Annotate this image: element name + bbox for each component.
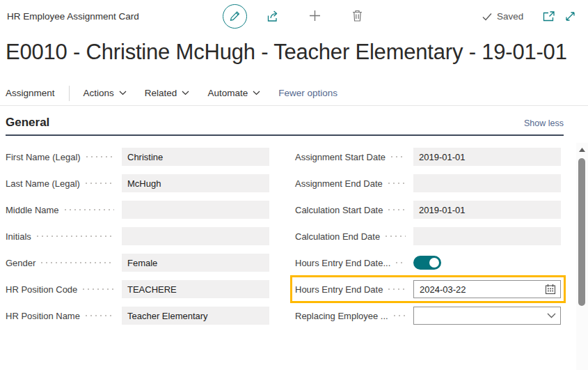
field-row-gender: Gender Female <box>6 254 269 272</box>
initials-input[interactable] <box>122 227 269 245</box>
assignment-end-date-input[interactable] <box>413 174 561 192</box>
vertical-scrollbar <box>576 143 588 370</box>
menu-related[interactable]: Related <box>145 88 190 98</box>
chevron-down-icon[interactable] <box>547 313 556 318</box>
checkmark-icon <box>482 13 492 21</box>
action-menu-bar: Assignment Actions Related Automate Fewe… <box>0 81 588 106</box>
page-caption: HR Employee Assignment Card <box>7 11 139 22</box>
hours-entry-end-date-toggle[interactable] <box>413 256 441 270</box>
field-label: Assignment Start Date <box>295 152 386 162</box>
field-row-assignment-start-date: Assignment Start Date 2019-01-01 <box>295 148 561 166</box>
dotted-leader <box>86 315 114 316</box>
dotted-leader <box>386 236 406 237</box>
menu-divider <box>69 86 70 101</box>
dotted-leader <box>65 209 114 210</box>
middle-name-input[interactable] <box>122 201 269 219</box>
share-icon <box>266 10 280 23</box>
expand-button[interactable] <box>564 10 576 22</box>
field-row-middle-name: Middle Name <box>6 201 269 219</box>
general-section-header: General Show less <box>6 116 564 136</box>
calculation-start-date-input[interactable]: 2019-01-01 <box>413 201 561 219</box>
field-row-last-name: Last Name (Legal) McHugh <box>6 174 269 192</box>
share-button[interactable] <box>266 10 280 23</box>
scrollbar-thumb[interactable] <box>578 158 585 306</box>
hours-entry-end-date-input[interactable]: 2024-03-22 <box>413 280 561 298</box>
field-row-calculation-start-date: Calculation Start Date 2019-01-01 <box>295 201 561 219</box>
field-label: Hours Entry End Date... <box>295 258 390 268</box>
pencil-icon <box>229 10 241 22</box>
field-label: First Name (Legal) <box>6 152 81 162</box>
calendar-icon[interactable] <box>545 284 556 295</box>
field-label: Gender <box>6 258 35 268</box>
dotted-leader <box>83 288 114 290</box>
dotted-leader <box>388 288 406 290</box>
dotted-leader <box>86 183 114 184</box>
first-name-input[interactable]: Christine <box>122 148 269 166</box>
fewer-options-button[interactable]: Fewer options <box>278 88 337 98</box>
scroll-up-arrow[interactable] <box>579 148 585 152</box>
field-label: HR Position Code <box>6 284 77 295</box>
field-label: Initials <box>6 231 31 242</box>
section-title: General <box>6 116 49 130</box>
menu-related-label: Related <box>145 88 177 98</box>
assignment-start-date-input[interactable]: 2019-01-01 <box>413 148 561 166</box>
dotted-leader <box>86 156 114 157</box>
delete-button[interactable] <box>351 9 363 22</box>
menu-automate[interactable]: Automate <box>207 88 260 98</box>
fields-left-column: First Name (Legal) Christine Last Name (… <box>6 148 269 325</box>
open-in-window-button[interactable] <box>542 10 555 22</box>
fewer-options-label: Fewer options <box>278 88 337 98</box>
expand-diagonal-icon <box>564 10 576 22</box>
dotted-leader <box>37 236 114 237</box>
calculation-end-date-input[interactable] <box>413 227 561 245</box>
field-label: Last Name (Legal) <box>6 178 80 189</box>
trash-icon <box>351 9 363 22</box>
dotted-leader <box>41 262 114 263</box>
dotted-leader <box>388 209 406 210</box>
open-in-window-icon <box>542 10 555 22</box>
chevron-down-icon <box>119 91 127 95</box>
menu-automate-label: Automate <box>207 88 248 98</box>
dotted-leader <box>391 156 406 157</box>
field-row-calculation-end-date: Calculation End Date <box>295 227 561 245</box>
field-label: Calculation End Date <box>295 231 380 242</box>
save-status: Saved <box>482 11 523 22</box>
field-label: Assignment End Date <box>295 178 383 189</box>
field-row-hr-position-code: HR Position Code TEACHERE <box>6 280 269 298</box>
field-row-replacing-employee: Replacing Employee ... <box>295 307 561 325</box>
tab-assignment-label: Assignment <box>6 88 55 98</box>
field-label: Replacing Employee ... <box>295 311 388 321</box>
hr-position-name-input[interactable]: Teacher Elementary <box>122 307 269 325</box>
top-bar: HR Employee Assignment Card Saved <box>0 0 588 35</box>
field-label: Hours Entry End Date <box>295 284 383 295</box>
last-name-input[interactable]: McHugh <box>122 174 269 192</box>
chevron-down-icon <box>253 91 260 95</box>
field-row-initials: Initials <box>6 227 269 245</box>
edit-button[interactable] <box>223 4 247 29</box>
replacing-employee-select[interactable] <box>413 307 561 325</box>
general-fields: First Name (Legal) Christine Last Name (… <box>6 148 582 325</box>
gender-input[interactable]: Female <box>122 254 269 272</box>
hr-position-code-input[interactable]: TEACHERE <box>122 280 269 298</box>
field-row-first-name: First Name (Legal) Christine <box>6 148 269 166</box>
field-row-assignment-end-date: Assignment End Date <box>295 174 561 192</box>
field-label: Calculation Start Date <box>295 205 383 215</box>
field-row-hr-position-name: HR Position Name Teacher Elementary <box>6 307 269 325</box>
saved-label: Saved <box>497 11 523 22</box>
tab-assignment[interactable]: Assignment <box>6 88 55 98</box>
fields-right-column: Assignment Start Date 2019-01-01 Assignm… <box>295 148 561 325</box>
field-label: Middle Name <box>6 205 59 215</box>
chevron-down-icon <box>182 91 189 95</box>
page-title: E0010 - Christine McHugh - Teacher Eleme… <box>6 36 585 68</box>
field-label: HR Position Name <box>6 311 80 321</box>
new-button[interactable] <box>308 9 321 22</box>
show-less-link[interactable]: Show less <box>524 118 564 128</box>
field-row-hours-entry-end-date: Hours Entry End Date 2024-03-22 <box>295 280 561 298</box>
menu-actions-label: Actions <box>84 88 114 98</box>
plus-icon <box>308 9 321 22</box>
dotted-leader <box>388 183 406 184</box>
date-value: 2024-03-22 <box>420 284 466 295</box>
field-row-hours-entry-toggle: Hours Entry End Date... <box>295 254 561 272</box>
dotted-leader <box>394 315 406 316</box>
menu-actions[interactable]: Actions <box>84 88 127 98</box>
